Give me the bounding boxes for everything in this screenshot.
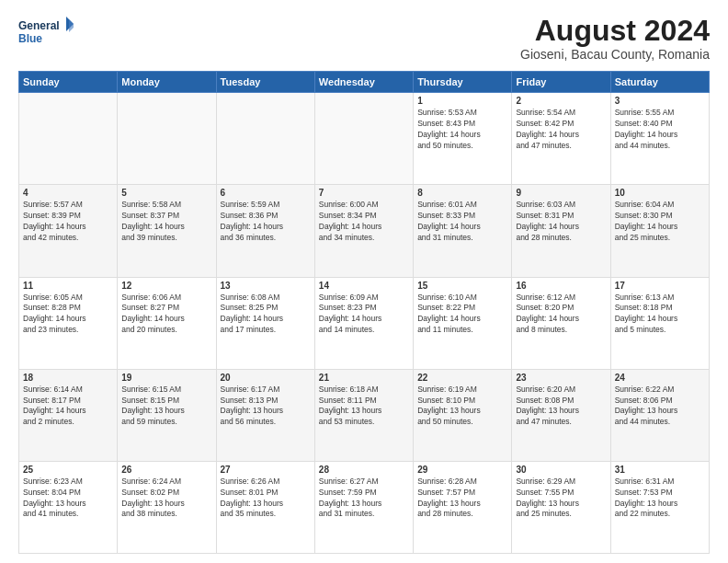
calendar-cell: 2Sunrise: 5:54 AM Sunset: 8:42 PM Daylig… bbox=[512, 93, 610, 185]
day-number: 22 bbox=[417, 373, 507, 383]
day-info: Sunrise: 5:53 AM Sunset: 8:43 PM Dayligh… bbox=[417, 108, 507, 152]
day-number: 26 bbox=[121, 465, 211, 475]
day-info: Sunrise: 6:09 AM Sunset: 8:23 PM Dayligh… bbox=[319, 293, 409, 337]
calendar-cell: 7Sunrise: 6:00 AM Sunset: 8:34 PM Daylig… bbox=[314, 185, 413, 277]
day-number: 27 bbox=[221, 465, 311, 475]
day-info: Sunrise: 6:31 AM Sunset: 7:53 PM Dayligh… bbox=[615, 477, 705, 521]
calendar-cell: 3Sunrise: 5:55 AM Sunset: 8:40 PM Daylig… bbox=[610, 93, 709, 185]
day-number: 12 bbox=[121, 281, 211, 291]
calendar-cell: 16Sunrise: 6:12 AM Sunset: 8:20 PM Dayli… bbox=[512, 277, 610, 369]
calendar-header-row: SundayMondayTuesdayWednesdayThursdayFrid… bbox=[19, 72, 710, 93]
day-info: Sunrise: 5:59 AM Sunset: 8:36 PM Dayligh… bbox=[221, 200, 311, 244]
calendar-cell: 12Sunrise: 6:06 AM Sunset: 8:27 PM Dayli… bbox=[118, 277, 216, 369]
day-number: 23 bbox=[516, 373, 606, 383]
day-number: 5 bbox=[121, 188, 211, 198]
day-number: 9 bbox=[516, 188, 606, 198]
day-number: 16 bbox=[516, 281, 606, 291]
day-info: Sunrise: 6:17 AM Sunset: 8:13 PM Dayligh… bbox=[221, 385, 311, 429]
day-info: Sunrise: 6:23 AM Sunset: 8:04 PM Dayligh… bbox=[23, 477, 113, 521]
subtitle: Gioseni, Bacau County, Romania bbox=[520, 47, 710, 62]
calendar-cell: 5Sunrise: 5:58 AM Sunset: 8:37 PM Daylig… bbox=[118, 185, 216, 277]
calendar-week-row: 25Sunrise: 6:23 AM Sunset: 8:04 PM Dayli… bbox=[19, 461, 710, 553]
day-number: 17 bbox=[615, 281, 705, 291]
main-title: August 2024 bbox=[520, 15, 710, 47]
day-number: 3 bbox=[615, 96, 705, 106]
logo-svg: General Blue bbox=[18, 15, 74, 52]
calendar-cell: 1Sunrise: 5:53 AM Sunset: 8:43 PM Daylig… bbox=[414, 93, 512, 185]
calendar-cell bbox=[118, 93, 216, 185]
calendar-week-row: 1Sunrise: 5:53 AM Sunset: 8:43 PM Daylig… bbox=[19, 93, 710, 185]
day-info: Sunrise: 6:01 AM Sunset: 8:33 PM Dayligh… bbox=[417, 200, 507, 244]
day-number: 19 bbox=[121, 373, 211, 383]
day-info: Sunrise: 6:10 AM Sunset: 8:22 PM Dayligh… bbox=[417, 293, 507, 337]
day-info: Sunrise: 6:05 AM Sunset: 8:28 PM Dayligh… bbox=[23, 293, 113, 337]
day-number: 25 bbox=[23, 465, 113, 475]
day-number: 4 bbox=[23, 188, 113, 198]
svg-text:General: General bbox=[18, 19, 60, 32]
weekday-header: Sunday bbox=[19, 72, 118, 93]
weekday-header: Tuesday bbox=[216, 72, 314, 93]
calendar-cell: 13Sunrise: 6:08 AM Sunset: 8:25 PM Dayli… bbox=[216, 277, 314, 369]
weekday-header: Wednesday bbox=[314, 72, 413, 93]
calendar-cell: 27Sunrise: 6:26 AM Sunset: 8:01 PM Dayli… bbox=[216, 461, 314, 553]
day-number: 6 bbox=[221, 188, 311, 198]
page: General Blue August 2024 Gioseni, Bacau … bbox=[0, 0, 728, 563]
weekday-header: Monday bbox=[118, 72, 216, 93]
day-info: Sunrise: 6:22 AM Sunset: 8:06 PM Dayligh… bbox=[615, 385, 705, 429]
day-info: Sunrise: 6:18 AM Sunset: 8:11 PM Dayligh… bbox=[319, 385, 409, 429]
day-info: Sunrise: 6:19 AM Sunset: 8:10 PM Dayligh… bbox=[417, 385, 507, 429]
weekday-header: Thursday bbox=[414, 72, 512, 93]
calendar-cell: 23Sunrise: 6:20 AM Sunset: 8:08 PM Dayli… bbox=[512, 369, 610, 461]
calendar-cell: 11Sunrise: 6:05 AM Sunset: 8:28 PM Dayli… bbox=[19, 277, 118, 369]
calendar-cell: 28Sunrise: 6:27 AM Sunset: 7:59 PM Dayli… bbox=[314, 461, 413, 553]
day-number: 14 bbox=[319, 281, 409, 291]
calendar-cell: 21Sunrise: 6:18 AM Sunset: 8:11 PM Dayli… bbox=[314, 369, 413, 461]
day-info: Sunrise: 6:14 AM Sunset: 8:17 PM Dayligh… bbox=[23, 385, 113, 429]
calendar-cell: 15Sunrise: 6:10 AM Sunset: 8:22 PM Dayli… bbox=[414, 277, 512, 369]
day-number: 15 bbox=[417, 281, 507, 291]
day-info: Sunrise: 6:00 AM Sunset: 8:34 PM Dayligh… bbox=[319, 200, 409, 244]
calendar-cell: 18Sunrise: 6:14 AM Sunset: 8:17 PM Dayli… bbox=[19, 369, 118, 461]
day-number: 31 bbox=[615, 465, 705, 475]
calendar-cell: 19Sunrise: 6:15 AM Sunset: 8:15 PM Dayli… bbox=[118, 369, 216, 461]
day-number: 30 bbox=[516, 465, 606, 475]
day-number: 21 bbox=[319, 373, 409, 383]
day-number: 24 bbox=[615, 373, 705, 383]
calendar-cell: 10Sunrise: 6:04 AM Sunset: 8:30 PM Dayli… bbox=[610, 185, 709, 277]
day-number: 10 bbox=[615, 188, 705, 198]
svg-text:Blue: Blue bbox=[18, 32, 42, 45]
day-number: 18 bbox=[23, 373, 113, 383]
day-number: 13 bbox=[221, 281, 311, 291]
calendar-cell: 9Sunrise: 6:03 AM Sunset: 8:31 PM Daylig… bbox=[512, 185, 610, 277]
day-info: Sunrise: 6:08 AM Sunset: 8:25 PM Dayligh… bbox=[221, 293, 311, 337]
day-number: 8 bbox=[417, 188, 507, 198]
day-info: Sunrise: 5:57 AM Sunset: 8:39 PM Dayligh… bbox=[23, 200, 113, 244]
calendar-week-row: 4Sunrise: 5:57 AM Sunset: 8:39 PM Daylig… bbox=[19, 185, 710, 277]
day-info: Sunrise: 6:29 AM Sunset: 7:55 PM Dayligh… bbox=[516, 477, 606, 521]
day-info: Sunrise: 6:04 AM Sunset: 8:30 PM Dayligh… bbox=[615, 200, 705, 244]
day-number: 1 bbox=[417, 96, 507, 106]
calendar-cell: 26Sunrise: 6:24 AM Sunset: 8:02 PM Dayli… bbox=[118, 461, 216, 553]
day-info: Sunrise: 6:13 AM Sunset: 8:18 PM Dayligh… bbox=[615, 293, 705, 337]
calendar-week-row: 18Sunrise: 6:14 AM Sunset: 8:17 PM Dayli… bbox=[19, 369, 710, 461]
calendar-cell: 4Sunrise: 5:57 AM Sunset: 8:39 PM Daylig… bbox=[19, 185, 118, 277]
calendar-cell: 6Sunrise: 5:59 AM Sunset: 8:36 PM Daylig… bbox=[216, 185, 314, 277]
calendar-cell: 17Sunrise: 6:13 AM Sunset: 8:18 PM Dayli… bbox=[610, 277, 709, 369]
header: General Blue August 2024 Gioseni, Bacau … bbox=[18, 15, 710, 62]
calendar-cell bbox=[314, 93, 413, 185]
calendar-cell bbox=[19, 93, 118, 185]
calendar-cell: 31Sunrise: 6:31 AM Sunset: 7:53 PM Dayli… bbox=[610, 461, 709, 553]
day-number: 29 bbox=[417, 465, 507, 475]
day-number: 7 bbox=[319, 188, 409, 198]
day-number: 2 bbox=[516, 96, 606, 106]
day-info: Sunrise: 6:15 AM Sunset: 8:15 PM Dayligh… bbox=[121, 385, 211, 429]
calendar: SundayMondayTuesdayWednesdayThursdayFrid… bbox=[18, 71, 710, 554]
day-info: Sunrise: 5:55 AM Sunset: 8:40 PM Dayligh… bbox=[615, 108, 705, 152]
day-info: Sunrise: 6:28 AM Sunset: 7:57 PM Dayligh… bbox=[417, 477, 507, 521]
calendar-week-row: 11Sunrise: 6:05 AM Sunset: 8:28 PM Dayli… bbox=[19, 277, 710, 369]
day-info: Sunrise: 6:20 AM Sunset: 8:08 PM Dayligh… bbox=[516, 385, 606, 429]
day-info: Sunrise: 5:58 AM Sunset: 8:37 PM Dayligh… bbox=[121, 200, 211, 244]
logo: General Blue bbox=[18, 15, 74, 52]
weekday-header: Friday bbox=[512, 72, 610, 93]
title-block: August 2024 Gioseni, Bacau County, Roman… bbox=[520, 15, 710, 62]
